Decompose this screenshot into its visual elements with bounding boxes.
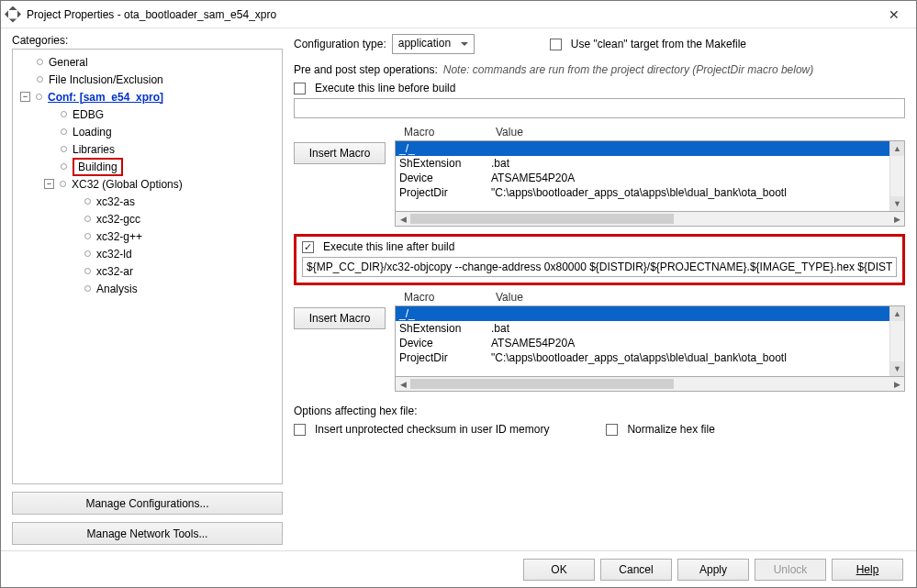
execute-before-label: Execute this line before build: [315, 82, 455, 94]
horizontal-scrollbar[interactable]: ◀▶: [395, 377, 905, 392]
scroll-up-icon[interactable]: ▲: [890, 306, 904, 321]
window-title: Project Properties - ota_bootloader_sam_…: [27, 8, 876, 21]
left-pane: Categories: General File Inclusion/Exclu…: [12, 34, 283, 545]
scroll-down-icon[interactable]: ▼: [890, 361, 904, 376]
app-icon: [5, 6, 21, 23]
table-row[interactable]: DeviceATSAME54P20A: [396, 171, 904, 185]
collapse-icon[interactable]: −: [44, 179, 54, 189]
insert-macro-button-before[interactable]: Insert Macro: [294, 142, 386, 164]
scroll-down-icon[interactable]: ▼: [890, 196, 904, 211]
pre-post-label: Pre and post step operations:: [294, 63, 438, 76]
after-build-highlight: Execute this line after build: [294, 234, 905, 285]
apply-button[interactable]: Apply: [677, 559, 749, 581]
options-hex-label: Options affecting hex file:: [294, 405, 905, 417]
clean-target-label: Use "clean" target from the Makefile: [571, 38, 746, 50]
macro-table-after[interactable]: _/_ ShExtension.bat DeviceATSAME54P20A P…: [395, 305, 905, 377]
tree-item-general[interactable]: General: [13, 53, 282, 71]
dialog-body: Categories: General File Inclusion/Exclu…: [1, 28, 916, 550]
scroll-thumb[interactable]: [410, 214, 674, 224]
bullet-icon: [60, 181, 66, 187]
help-button[interactable]: Help: [832, 559, 903, 581]
bullet-icon: [84, 268, 91, 274]
bullet-icon: [84, 198, 91, 205]
tree-item-analysis[interactable]: Analysis: [13, 280, 282, 297]
execute-before-checkbox[interactable]: [294, 83, 306, 94]
table-row[interactable]: ProjectDir"C:\apps\bootloader_apps_ota\a…: [396, 350, 904, 365]
table-row[interactable]: _/_: [396, 141, 904, 156]
dialog-footer: OK Cancel Apply Unlock Help: [1, 550, 916, 587]
project-properties-window: Project Properties - ota_bootloader_sam_…: [0, 0, 917, 588]
close-icon[interactable]: ✕: [876, 7, 912, 22]
collapse-icon[interactable]: −: [20, 92, 30, 102]
normalize-hex-label: Normalize hex file: [627, 423, 714, 436]
config-type-label: Configuration type:: [294, 38, 386, 50]
execute-after-label: Execute this line after build: [323, 240, 454, 253]
tree-item-xc32[interactable]: −XC32 (Global Options): [13, 175, 282, 193]
value-header: Value: [496, 291, 633, 304]
tree-item-xc32-gcc[interactable]: xc32-gcc: [13, 210, 282, 227]
insert-checksum-checkbox[interactable]: [294, 424, 306, 436]
macro-header: Macro: [404, 291, 496, 304]
right-pane: Configuration type: application Use "cle…: [294, 34, 905, 545]
bullet-icon: [84, 250, 91, 257]
after-build-command-input[interactable]: [302, 257, 897, 277]
table-row[interactable]: _/_: [396, 306, 904, 321]
unlock-button[interactable]: Unlock: [755, 559, 826, 581]
vertical-scrollbar[interactable]: ▲▼: [889, 141, 904, 211]
scroll-right-icon[interactable]: ▶: [889, 380, 904, 389]
bullet-icon: [61, 111, 67, 117]
insert-checksum-label: Insert unprotected checksum in user ID m…: [315, 423, 549, 436]
execute-after-checkbox[interactable]: [302, 241, 314, 253]
scroll-left-icon[interactable]: ◀: [396, 215, 410, 224]
scroll-up-icon[interactable]: ▲: [890, 141, 904, 156]
cancel-button[interactable]: Cancel: [600, 559, 672, 581]
macro-table-before[interactable]: _/_ ShExtension.bat DeviceATSAME54P20A P…: [395, 140, 905, 212]
tree-item-edbg[interactable]: EDBG: [13, 105, 282, 123]
categories-tree[interactable]: General File Inclusion/Exclusion −Conf: …: [12, 49, 283, 484]
bullet-icon: [84, 285, 91, 292]
horizontal-scrollbar[interactable]: ◀▶: [395, 212, 905, 227]
normalize-hex-checkbox[interactable]: [606, 424, 618, 436]
bullet-icon: [61, 146, 67, 152]
bullet-icon: [61, 128, 67, 135]
bullet-icon: [61, 163, 67, 170]
tree-item-xc32-ld[interactable]: xc32-ld: [13, 245, 282, 262]
config-type-select[interactable]: application: [392, 34, 475, 54]
scroll-thumb[interactable]: [410, 379, 674, 389]
scroll-right-icon[interactable]: ▶: [889, 215, 904, 224]
insert-macro-button-after[interactable]: Insert Macro: [294, 307, 386, 329]
before-build-command-input[interactable]: [294, 98, 905, 118]
manage-network-tools-button[interactable]: Manage Network Tools...: [12, 522, 283, 545]
bullet-icon: [37, 59, 43, 65]
vertical-scrollbar[interactable]: ▲▼: [889, 306, 904, 376]
tree-item-file-inclusion[interactable]: File Inclusion/Exclusion: [13, 71, 282, 88]
value-header: Value: [496, 126, 633, 139]
tree-item-loading[interactable]: Loading: [13, 123, 282, 140]
tree-item-xc32-gpp[interactable]: xc32-g++: [13, 227, 282, 245]
ok-button[interactable]: OK: [523, 559, 595, 581]
table-row[interactable]: ProjectDir"C:\apps\bootloader_apps_ota\a…: [396, 185, 904, 200]
bullet-icon: [84, 216, 91, 222]
tree-item-xc32-as[interactable]: xc32-as: [13, 193, 282, 210]
titlebar: Project Properties - ota_bootloader_sam_…: [1, 1, 916, 28]
table-row[interactable]: DeviceATSAME54P20A: [396, 336, 904, 350]
manage-configurations-button[interactable]: Manage Configurations...: [12, 492, 283, 515]
bullet-icon: [84, 233, 91, 239]
tree-item-libraries[interactable]: Libraries: [13, 140, 282, 158]
bullet-icon: [37, 76, 43, 83]
scroll-left-icon[interactable]: ◀: [396, 380, 410, 389]
table-row[interactable]: ShExtension.bat: [396, 156, 904, 171]
table-row[interactable]: ShExtension.bat: [396, 321, 904, 336]
macro-header: Macro: [404, 126, 496, 139]
tree-item-conf[interactable]: −Conf: [sam_e54_xpro]: [13, 88, 282, 105]
tree-item-xc32-ar[interactable]: xc32-ar: [13, 262, 282, 280]
tree-item-building[interactable]: Building: [13, 158, 282, 175]
clean-target-checkbox[interactable]: [550, 39, 562, 50]
pre-post-note: Note: commands are run from the project …: [443, 63, 813, 76]
bullet-icon: [36, 94, 42, 100]
categories-label: Categories:: [12, 34, 283, 47]
